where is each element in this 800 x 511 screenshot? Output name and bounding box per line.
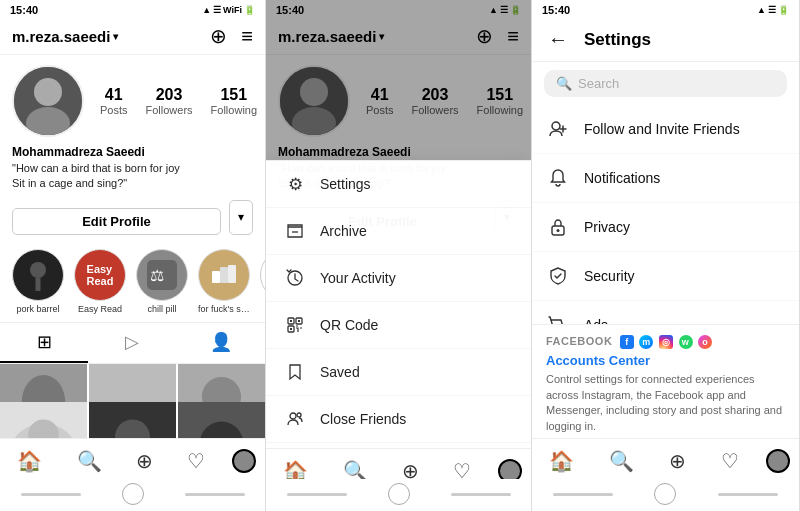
header-icons-left: ⊕ ≡ [210, 24, 253, 48]
photo-grid-left [0, 364, 265, 438]
profile-nav-left[interactable] [232, 449, 256, 473]
activity-menu-icon [284, 267, 306, 289]
menu-icon-left[interactable]: ≡ [241, 25, 253, 48]
status-icons-left: ▲☰WiFi🔋 [202, 5, 255, 15]
left-panel: 15:40 ▲☰WiFi🔋 m.reza.saeedi ▾ ⊕ ≡ [0, 0, 266, 511]
time-right: 15:40 [542, 4, 570, 16]
profile-section-left: 41 Posts 203 Followers 151 Following Moh… [0, 55, 265, 241]
heart-nav-left[interactable]: ♡ [179, 447, 213, 475]
time-left: 15:40 [10, 4, 38, 16]
dropdown-menu: ⚙ Settings Archive Your Activity [266, 160, 531, 489]
grid-cell-6 [178, 402, 265, 438]
dark-overlay [266, 0, 531, 160]
grid-cell-5 [89, 402, 176, 438]
bottom-nav-right: 🏠 🔍 ⊕ ♡ [532, 438, 799, 479]
search-placeholder: Search [578, 76, 619, 91]
add-post-icon-left[interactable]: ⊕ [210, 24, 227, 48]
following-stat: 151 Following [211, 86, 257, 116]
menu-settings[interactable]: ⚙ Settings [266, 161, 531, 208]
tab-icons-row-left: ⊞ ▷ 👤 [0, 323, 265, 364]
facebook-section: FACEBOOK f m ◎ w o Accounts Center Contr… [532, 324, 799, 438]
tab-tagged-left[interactable]: 👤 [177, 323, 265, 363]
svg-point-4 [30, 262, 46, 278]
middle-panel: 15:40 ▲☰🔋 m.reza.saeedi ▾ ⊕ ≡ [266, 0, 532, 511]
svg-rect-10 [220, 267, 228, 283]
avatar-left [12, 65, 84, 137]
search-nav-right[interactable]: 🔍 [601, 447, 642, 475]
posts-stat: 41 Posts [100, 86, 128, 116]
chevron-icon-left: ▾ [113, 31, 118, 42]
svg-point-39 [297, 413, 301, 417]
settings-security[interactable]: Security [532, 252, 799, 301]
bottom-nav-left: 🏠 🔍 ⊕ ♡ [0, 438, 265, 479]
back-button[interactable]: ← [544, 26, 572, 53]
profile-bio-left: "How can a bird that is born for joySit … [12, 161, 253, 192]
ig-header-left: m.reza.saeedi ▾ ⊕ ≡ [0, 18, 265, 55]
settings-notifications[interactable]: Notifications [532, 154, 799, 203]
grid-cell-4 [0, 402, 87, 438]
highlight-for-fucks-sake[interactable]: for fuck's sa... [198, 249, 250, 314]
profile-stats-row: 41 Posts 203 Followers 151 Following [12, 65, 253, 137]
highlight-easy-read[interactable]: EasyRead Easy Read [74, 249, 126, 314]
svg-rect-11 [228, 265, 236, 283]
expand-btn-left[interactable]: ▾ [229, 200, 253, 235]
status-icons-right: ▲☰🔋 [757, 5, 789, 15]
settings-privacy[interactable]: Privacy [532, 203, 799, 252]
stats-group-left: 41 Posts 203 Followers 151 Following [100, 86, 257, 116]
highlights-row-left: pork barrel EasyRead Easy Read ⚖ chill p… [0, 241, 265, 323]
edit-row-left: Edit Profile ▾ [12, 200, 253, 235]
svg-rect-36 [298, 320, 300, 322]
status-bar-right: 15:40 ▲☰🔋 [532, 0, 799, 18]
svg-rect-35 [290, 320, 292, 322]
search-nav-left[interactable]: 🔍 [69, 447, 110, 475]
followers-stat: 203 Followers [146, 86, 193, 116]
search-bar-settings[interactable]: 🔍 Search [544, 70, 787, 97]
heart-nav-right[interactable]: ♡ [713, 447, 747, 475]
svg-point-38 [290, 413, 296, 419]
menu-qr-code[interactable]: QR Code [266, 302, 531, 349]
saved-menu-icon [284, 361, 306, 383]
add-nav-right[interactable]: ⊕ [661, 447, 694, 475]
profile-nav-right[interactable] [766, 449, 790, 473]
svg-point-1 [34, 78, 62, 106]
accounts-center-link[interactable]: Accounts Center [546, 353, 785, 368]
settings-ads[interactable]: Ads [532, 301, 799, 324]
gesture-bar-middle [266, 479, 531, 511]
username-left[interactable]: m.reza.saeedi ▾ [12, 28, 118, 45]
accounts-center-desc: Control settings for connected experienc… [546, 372, 785, 434]
svg-text:⚖: ⚖ [150, 267, 164, 284]
privacy-icon [546, 215, 570, 239]
menu-saved[interactable]: Saved [266, 349, 531, 396]
svg-rect-9 [212, 271, 220, 283]
svg-rect-37 [290, 328, 292, 330]
add-nav-left[interactable]: ⊕ [128, 447, 161, 475]
svg-point-45 [557, 229, 560, 232]
highlight-new[interactable]: + New [260, 249, 265, 314]
tab-grid-left[interactable]: ⊞ [0, 323, 88, 363]
home-nav-right[interactable]: 🏠 [541, 447, 582, 475]
gesture-bar-left [0, 479, 265, 511]
security-icon [546, 264, 570, 288]
svg-point-43 [552, 122, 560, 130]
notifications-icon [546, 166, 570, 190]
menu-archive[interactable]: Archive [266, 208, 531, 255]
archive-menu-icon [284, 220, 306, 242]
facebook-section-label: FACEBOOK f m ◎ w o [546, 335, 785, 349]
edit-profile-btn-left[interactable]: Edit Profile [12, 208, 221, 235]
profile-name-left: Mohammadreza Saeedi [12, 145, 253, 159]
highlight-pork-barrel[interactable]: pork barrel [12, 249, 64, 314]
right-panel: 15:40 ▲☰🔋 ← Settings 🔍 Search Follow and… [532, 0, 800, 511]
home-nav-left[interactable]: 🏠 [9, 447, 50, 475]
settings-title: Settings [584, 30, 651, 50]
settings-header: ← Settings [532, 18, 799, 62]
menu-your-activity[interactable]: Your Activity [266, 255, 531, 302]
tab-reels-left[interactable]: ▷ [88, 323, 176, 363]
settings-list: Follow and Invite Friends Notifications … [532, 105, 799, 324]
ads-icon [546, 313, 570, 324]
fb-social-icons: f m ◎ w o [620, 335, 712, 347]
status-bar-left: 15:40 ▲☰WiFi🔋 [0, 0, 265, 18]
menu-close-friends[interactable]: Close Friends [266, 396, 531, 443]
settings-follow-invite[interactable]: Follow and Invite Friends [532, 105, 799, 154]
highlight-chill-pill[interactable]: ⚖ chill pill [136, 249, 188, 314]
search-icon-settings: 🔍 [556, 76, 572, 91]
